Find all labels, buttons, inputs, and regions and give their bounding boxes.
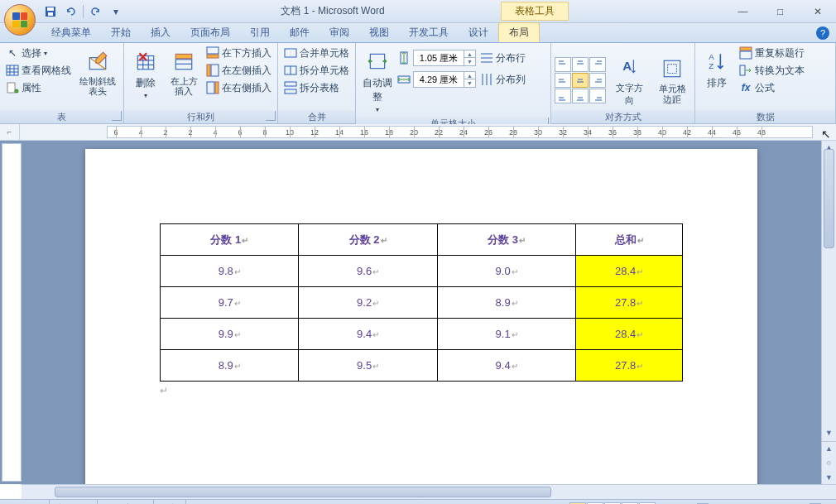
document-table[interactable]: 分数 1↵分数 2↵分数 3↵总和↵9.8↵9.6↵9.0↵28.4↵9.7↵9… [160, 223, 683, 382]
col-width-value[interactable] [414, 74, 464, 84]
status-page[interactable]: 页面: 1/1 [0, 500, 50, 504]
distribute-cols-button[interactable]: 分布列 [478, 71, 528, 88]
tab-design[interactable]: 设计 [459, 23, 498, 42]
convert-text-button[interactable]: 转换为文本 [737, 62, 807, 79]
align-tr[interactable] [589, 57, 606, 72]
table-row[interactable]: 9.7↵9.2↵8.9↵27.8↵ [161, 287, 683, 319]
repeat-header-button[interactable]: 重复标题行 [737, 45, 807, 61]
browse-object-icon[interactable]: ○ [822, 456, 836, 469]
insert-left-button[interactable]: 在左侧插入 [204, 62, 274, 79]
table-cell[interactable]: 9.4↵ [437, 350, 575, 382]
table-cell[interactable]: 8.9↵ [161, 350, 299, 382]
table-cell[interactable]: 9.0↵ [437, 256, 575, 287]
vertical-scrollbar[interactable]: ▲ ▼ ▲ ○ ▼ [821, 141, 836, 484]
split-cells-button[interactable]: 拆分单元格 [281, 62, 352, 79]
table-row[interactable]: 9.8↵9.6↵9.0↵28.4↵ [161, 256, 683, 287]
horizontal-ruler[interactable]: 6422468101214161820222426283032343638404… [107, 126, 813, 138]
status-mode[interactable]: 插入 [154, 500, 186, 504]
tab-review[interactable]: 审阅 [320, 23, 359, 42]
qat-save-button[interactable] [41, 2, 60, 21]
table-cell[interactable]: 28.4↵ [576, 256, 683, 287]
table-header[interactable]: 总和↵ [576, 224, 683, 256]
table-cell[interactable]: 9.5↵ [299, 350, 437, 382]
ruler-corner[interactable]: ⌐ [0, 124, 20, 140]
split-table-button[interactable]: 拆分表格 [281, 79, 352, 96]
align-tc[interactable] [572, 57, 589, 72]
align-tl[interactable] [555, 57, 571, 72]
gridlines-button[interactable]: 查看网格线 [3, 62, 74, 79]
vertical-ruler[interactable] [2, 143, 22, 482]
next-page-icon[interactable]: ▼ [822, 471, 836, 484]
scroll-down-icon[interactable]: ▼ [822, 426, 836, 439]
tab-pagelayout[interactable]: 页面布局 [180, 23, 240, 42]
table-cell[interactable]: 9.8↵ [161, 256, 299, 287]
spin-up-icon[interactable]: ▲ [464, 50, 475, 58]
tab-home[interactable]: 开始 [101, 23, 141, 42]
align-mr[interactable] [589, 73, 606, 88]
close-button[interactable]: ✕ [799, 2, 836, 21]
col-width-input[interactable]: ▲▼ [413, 71, 476, 88]
row-height-value[interactable] [414, 53, 464, 63]
launcher-icon[interactable] [112, 111, 122, 121]
align-bc[interactable] [572, 89, 589, 103]
spin-down-icon[interactable]: ▼ [464, 79, 475, 87]
canvas-scroll[interactable]: 分数 1↵分数 2↵分数 3↵总和↵9.8↵9.6↵9.0↵28.4↵9.7↵9… [22, 141, 821, 484]
table-header[interactable]: 分数 3↵ [437, 224, 575, 256]
help-button[interactable]: ? [816, 26, 829, 40]
scrollbar-thumb-h[interactable] [55, 487, 551, 497]
autofit-button[interactable]: 自动调整▾ [359, 45, 396, 117]
table-cell[interactable]: 27.8↵ [576, 350, 683, 382]
insert-below-button[interactable]: 在下方插入 [204, 45, 274, 61]
minimize-button[interactable]: — [724, 2, 762, 21]
insert-right-button[interactable]: 在右侧插入 [204, 79, 274, 96]
formula-button[interactable]: fx公式 [737, 79, 807, 96]
draw-diagonal-button[interactable]: 绘制斜线表头 [75, 45, 120, 99]
row-height-input[interactable]: ▲▼ [413, 50, 476, 66]
tab-developer[interactable]: 开发工具 [399, 23, 459, 42]
qat-undo-button[interactable] [61, 2, 79, 21]
office-orb[interactable] [4, 4, 36, 36]
table-cell[interactable]: 9.2↵ [299, 287, 437, 319]
scrollbar-thumb[interactable] [824, 149, 834, 248]
tab-references[interactable]: 引用 [240, 23, 280, 42]
delete-button[interactable]: 删除▾ [127, 45, 164, 103]
table-cell[interactable]: 27.8↵ [576, 287, 683, 319]
table-header[interactable]: 分数 2↵ [299, 224, 437, 256]
align-br[interactable] [589, 89, 606, 103]
table-cell[interactable]: 9.1↵ [437, 319, 575, 350]
align-bl[interactable] [555, 89, 571, 103]
launcher-icon[interactable] [266, 111, 276, 121]
table-row[interactable]: 9.9↵9.4↵9.1↵28.4↵ [161, 319, 683, 350]
tab-view[interactable]: 视图 [359, 23, 399, 42]
table-cell[interactable]: 9.7↵ [161, 287, 299, 319]
tab-mailings[interactable]: 邮件 [280, 23, 320, 42]
align-mc[interactable] [572, 73, 589, 88]
insert-above-button[interactable]: 在上方插入 [166, 45, 202, 99]
text-direction-button[interactable]: A 文字方向 [611, 50, 649, 110]
maximize-button[interactable]: □ [762, 2, 799, 21]
table-cell[interactable]: 9.6↵ [299, 256, 437, 287]
merge-cells-button[interactable]: 合并单元格 [281, 45, 352, 61]
distribute-rows-button[interactable]: 分布行 [478, 50, 528, 66]
zoom-level[interactable]: 100% [661, 500, 697, 504]
table-cell[interactable]: 8.9↵ [437, 287, 575, 319]
status-language[interactable]: 英语(美国) [98, 500, 154, 504]
tab-layout[interactable]: 布局 [498, 22, 540, 42]
spin-down-icon[interactable]: ▼ [464, 58, 475, 65]
spin-up-icon[interactable]: ▲ [464, 72, 475, 79]
table-cell[interactable]: 9.9↵ [161, 319, 299, 350]
horizontal-scrollbar[interactable] [22, 484, 836, 499]
properties-button[interactable]: 属性 [3, 79, 74, 96]
tab-insert[interactable]: 插入 [141, 23, 180, 42]
prev-page-icon[interactable]: ▲ [822, 441, 836, 454]
table-cell[interactable]: 9.4↵ [299, 319, 437, 350]
select-button[interactable]: ↖选择▾ [3, 45, 74, 61]
page[interactable]: 分数 1↵分数 2↵分数 3↵总和↵9.8↵9.6↵9.0↵28.4↵9.7↵9… [85, 149, 757, 484]
qat-customize-button[interactable]: ▾ [107, 2, 125, 21]
table-header[interactable]: 分数 1↵ [161, 224, 299, 256]
table-cell[interactable]: 28.4↵ [576, 319, 683, 350]
qat-redo-button[interactable] [87, 2, 105, 21]
tab-classic[interactable]: 经典菜单 [41, 23, 101, 42]
align-ml[interactable] [555, 73, 571, 88]
table-row[interactable]: 8.9↵9.5↵9.4↵27.8↵ [161, 350, 683, 382]
